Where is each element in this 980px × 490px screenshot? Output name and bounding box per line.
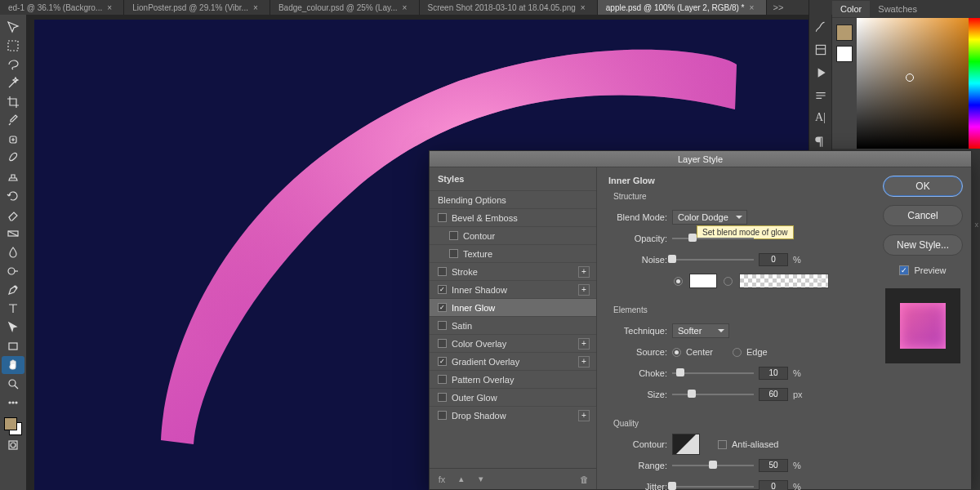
jitter-value[interactable]: 0 (759, 480, 788, 490)
cancel-button[interactable]: Cancel (883, 205, 963, 226)
character-icon[interactable]: A| (813, 111, 828, 126)
stroke-item[interactable]: Stroke+ (430, 262, 596, 280)
checkbox[interactable] (438, 267, 447, 276)
blending-options-item[interactable]: Blending Options (430, 190, 596, 208)
checkbox[interactable] (438, 321, 447, 330)
choke-value[interactable]: 10 (759, 367, 788, 380)
history-brush-tool[interactable] (2, 187, 24, 205)
checkbox[interactable] (438, 357, 447, 366)
checkbox[interactable] (438, 339, 447, 348)
anti-aliased-checkbox[interactable] (718, 440, 727, 449)
satin-item[interactable]: Satin (430, 316, 596, 334)
preview-checkbox[interactable]: ✓ (899, 265, 909, 275)
checkbox[interactable] (438, 285, 447, 294)
zoom-tool[interactable] (2, 375, 24, 393)
quick-mask-icon[interactable] (2, 436, 24, 454)
background-swatch[interactable] (836, 46, 853, 62)
checkbox[interactable] (438, 393, 447, 402)
choke-slider[interactable] (672, 368, 754, 379)
add-icon[interactable]: + (578, 338, 590, 350)
foreground-swatch[interactable] (836, 24, 853, 41)
dialog-title[interactable]: Layer Style (430, 151, 971, 167)
tab-swatches[interactable]: Swatches (870, 1, 925, 17)
add-icon[interactable]: + (578, 284, 590, 296)
tab-3[interactable]: Screen Shot 2018-03-10 at 18.04.05.png× (420, 0, 598, 15)
ok-button[interactable]: OK (883, 176, 963, 197)
tab-1[interactable]: LionPoster.psd @ 29.1% (Vibr...× (124, 0, 270, 15)
close-icon[interactable]: × (750, 3, 758, 12)
checkbox[interactable] (438, 375, 447, 384)
lasso-tool[interactable] (2, 56, 24, 74)
range-slider[interactable] (672, 460, 754, 471)
gradient-overlay-item[interactable]: Gradient Overlay+ (430, 352, 596, 370)
color-field[interactable] (857, 18, 969, 149)
arrow-up-icon[interactable]: ▴ (456, 474, 467, 484)
clone-stamp-tool[interactable] (2, 168, 24, 186)
close-icon[interactable]: × (107, 3, 115, 12)
color-radio[interactable] (674, 277, 683, 286)
checkbox[interactable] (438, 411, 447, 420)
size-value[interactable]: 60 (759, 388, 788, 401)
tab-overflow-button[interactable]: >> (767, 2, 791, 12)
properties-icon[interactable] (813, 88, 828, 103)
type-tool[interactable] (2, 300, 24, 318)
path-select-tool[interactable] (2, 318, 24, 336)
gradient-radio[interactable] (724, 277, 733, 286)
blur-tool[interactable] (2, 243, 24, 261)
gradient-tool[interactable] (2, 225, 24, 243)
move-tool[interactable] (2, 18, 24, 36)
crop-tool[interactable] (2, 93, 24, 111)
glow-color-swatch[interactable] (689, 274, 717, 288)
add-icon[interactable]: + (578, 410, 590, 421)
checkbox[interactable] (438, 303, 447, 312)
pen-tool[interactable] (2, 281, 24, 299)
size-slider[interactable] (672, 389, 754, 400)
technique-select[interactable]: Softer (672, 323, 729, 338)
brush-settings-icon[interactable] (813, 20, 828, 34)
color-swatch[interactable] (4, 417, 22, 435)
close-icon[interactable]: × (253, 3, 261, 12)
history-icon[interactable] (813, 42, 828, 57)
add-icon[interactable]: + (578, 266, 590, 278)
bevel-item[interactable]: Bevel & Emboss (430, 208, 596, 226)
source-center-radio[interactable] (672, 348, 681, 357)
actions-icon[interactable] (813, 65, 828, 80)
hand-tool[interactable] (2, 356, 24, 374)
trash-icon[interactable]: 🗑 (578, 474, 590, 484)
checkbox[interactable] (449, 231, 458, 240)
opacity-slider[interactable] (672, 233, 754, 244)
checkbox[interactable] (449, 249, 458, 258)
jitter-slider[interactable] (672, 481, 754, 490)
brush-tool[interactable] (2, 149, 24, 167)
tab-2[interactable]: Badge_colour.psd @ 25% (Lay...× (270, 0, 420, 15)
eraser-tool[interactable] (2, 206, 24, 224)
healing-brush-tool[interactable] (2, 131, 24, 149)
rectangle-tool[interactable] (2, 337, 24, 355)
tab-0[interactable]: ed-1 @ 36.1% (Backgro...× (0, 0, 124, 15)
dodge-tool[interactable] (2, 262, 24, 280)
paragraph-icon[interactable] (813, 134, 828, 149)
drop-shadow-item[interactable]: Drop Shadow+ (430, 406, 596, 424)
magic-wand-tool[interactable] (2, 74, 24, 92)
blend-mode-select[interactable]: Color Dodge (672, 210, 747, 225)
add-icon[interactable]: + (578, 356, 590, 368)
panel-expand-icon[interactable]: x (975, 220, 979, 229)
source-edge-radio[interactable] (733, 348, 742, 357)
pattern-overlay-item[interactable]: Pattern Overlay (430, 370, 596, 388)
arrow-down-icon[interactable]: ▾ (475, 474, 487, 484)
inner-shadow-item[interactable]: Inner Shadow+ (430, 280, 596, 298)
eyedropper-tool[interactable] (2, 112, 24, 130)
glow-gradient-select[interactable] (739, 274, 829, 288)
close-icon[interactable]: × (581, 3, 589, 12)
outer-glow-item[interactable]: Outer Glow (430, 388, 596, 406)
hue-slider[interactable] (969, 18, 980, 149)
contour-item[interactable]: Contour (430, 226, 596, 244)
noise-slider[interactable] (672, 254, 754, 265)
color-overlay-item[interactable]: Color Overlay+ (430, 334, 596, 352)
edit-toolbar-icon[interactable] (2, 394, 24, 412)
checkbox[interactable] (438, 213, 447, 222)
noise-value[interactable]: 0 (759, 253, 788, 266)
range-value[interactable]: 50 (759, 459, 788, 472)
new-style-button[interactable]: New Style... (883, 234, 963, 256)
fx-icon[interactable]: fx (436, 474, 448, 484)
